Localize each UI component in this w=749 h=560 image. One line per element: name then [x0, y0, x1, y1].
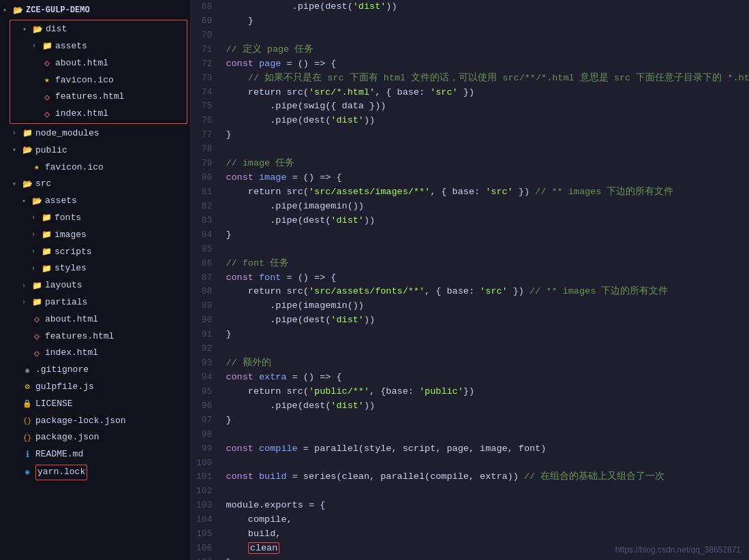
line-code — [220, 342, 749, 356]
src-layouts-item[interactable]: layouts — [0, 277, 190, 294]
dist-about-item[interactable]: about.html — [10, 55, 187, 72]
src-styles-item[interactable]: styles — [0, 260, 190, 277]
table-row: 99 const compile = parallel(style, scrip… — [191, 442, 749, 456]
line-code: } — [220, 556, 749, 560]
src-images-icon — [41, 230, 52, 240]
line-code: // 如果不只是在 src 下面有 html 文件的话，可以使用 src/**/… — [220, 72, 749, 86]
table-row: 84 } — [191, 228, 749, 243]
line-number: 103 — [191, 499, 220, 513]
dist-label: dist — [46, 22, 67, 37]
table-row: 88 return src('src/assets/fonts/**', { b… — [191, 285, 749, 299]
table-row: 76 .pipe(dest('dist')) — [191, 114, 749, 128]
dist-about-label: about.html — [55, 57, 108, 71]
src-label: src — [35, 177, 51, 191]
line-number: 73 — [191, 72, 220, 86]
table-row: 82 .pipe(imagemin()) — [191, 200, 749, 214]
line-code: .pipe(imagemin()) — [220, 200, 749, 214]
src-index-item[interactable]: index.html — [0, 345, 190, 362]
table-row: 95 return src('public/**', {base: 'publi… — [191, 385, 749, 399]
package-lock-item[interactable]: package-lock.json — [0, 413, 190, 430]
node-modules-item[interactable]: node_modules — [0, 125, 190, 142]
table-row: 100 — [191, 456, 749, 471]
table-row: 93 // 额外的 — [191, 356, 749, 371]
line-code: } — [220, 128, 749, 142]
line-number: 72 — [191, 57, 220, 72]
src-features-item[interactable]: features.html — [0, 328, 190, 345]
dist-assets-label: assets — [55, 40, 87, 54]
line-code — [220, 29, 749, 43]
line-number: 79 — [191, 157, 220, 171]
root-arrow — [3, 5, 12, 16]
readme-icon — [22, 450, 33, 461]
dist-about-icon — [42, 58, 52, 69]
root-folder[interactable]: ZCE-GULP-DEMO — [0, 3, 190, 18]
src-index-label: index.html — [45, 346, 98, 360]
line-number: 101 — [191, 470, 220, 484]
src-images-item[interactable]: images — [0, 227, 190, 244]
dist-index-label: index.html — [55, 107, 108, 121]
line-number: 85 — [191, 243, 220, 257]
public-favicon-item[interactable]: favicon.ico — [0, 159, 190, 176]
line-number: 69 — [191, 14, 220, 29]
package-json-item[interactable]: package.json — [0, 429, 190, 446]
src-features-label: features.html — [45, 330, 114, 344]
table-row: 71 // 定义 page 任务 — [191, 43, 749, 57]
node-modules-arrow — [12, 128, 22, 139]
line-code: const compile = parallel(style, script, … — [220, 442, 749, 456]
src-scripts-item[interactable]: scripts — [0, 244, 190, 261]
src-about-label: about.html — [45, 313, 98, 327]
line-code: return src('src/*.html', { base: 'src' }… — [220, 86, 749, 100]
node-modules-label: node_modules — [35, 127, 100, 141]
line-code: build, — [220, 527, 749, 542]
table-row: 69 } — [191, 14, 749, 29]
dist-folder-icon — [32, 25, 43, 35]
line-code: return src('public/**', {base: 'public'}… — [220, 385, 749, 399]
line-code — [220, 142, 749, 157]
line-number: 99 — [191, 442, 220, 456]
dist-assets-item[interactable]: assets — [10, 38, 187, 55]
src-fonts-item[interactable]: fonts — [0, 210, 190, 227]
table-row: 79 // image 任务 — [191, 157, 749, 171]
src-assets-item[interactable]: assets — [0, 193, 190, 210]
line-code: const font = () => { — [220, 271, 749, 285]
src-scripts-arrow — [31, 247, 41, 258]
src-scripts-label: scripts — [55, 245, 92, 260]
table-row: 86 // font 任务 — [191, 257, 749, 271]
gitignore-item[interactable]: .gitignore — [0, 362, 190, 379]
table-row: 107 } — [191, 556, 749, 560]
line-number: 105 — [191, 527, 220, 542]
line-number: 91 — [191, 328, 220, 342]
src-assets-label: assets — [45, 194, 77, 208]
dist-index-item[interactable]: index.html — [10, 106, 187, 123]
line-code — [220, 484, 749, 499]
dist-features-item[interactable]: features.html — [10, 89, 187, 106]
line-code: .pipe(swig({ data })) — [220, 99, 749, 114]
line-code: .pipe(imagemin()) — [220, 299, 749, 313]
src-about-item[interactable]: about.html — [0, 311, 190, 328]
line-number: 107 — [191, 556, 220, 560]
code-editor: 68 .pipe(dest('dist')) 69 } 70 71 // 定义 … — [191, 0, 749, 560]
table-row: 78 — [191, 142, 749, 157]
src-item[interactable]: src — [0, 176, 190, 193]
line-code: .pipe(dest('dist')) — [220, 399, 749, 414]
line-code: // image 任务 — [220, 157, 749, 171]
readme-item[interactable]: README.md — [0, 446, 190, 463]
line-number: 97 — [191, 414, 220, 428]
table-row: 96 .pipe(dest('dist')) — [191, 399, 749, 414]
gulpfile-label: gulpfile.js — [35, 380, 94, 394]
src-assets-arrow — [22, 196, 31, 207]
src-partials-item[interactable]: partials — [0, 294, 190, 311]
table-row: 106 clean — [191, 542, 749, 556]
dist-assets-arrow — [32, 41, 42, 52]
file-explorer: ZCE-GULP-DEMO dist assets about.html fav… — [0, 0, 191, 560]
line-code — [220, 456, 749, 471]
src-partials-label: partials — [45, 296, 87, 310]
dist-favicon-item[interactable]: favicon.ico — [10, 72, 187, 89]
gulpfile-item[interactable]: ⚙ gulpfile.js — [0, 379, 190, 396]
line-code: .pipe(dest('dist')) — [220, 0, 749, 14]
yarn-lock-item[interactable]: yarn.lock — [0, 463, 190, 482]
dist-folder[interactable]: dist — [10, 21, 187, 38]
table-row: 89 .pipe(imagemin()) — [191, 299, 749, 313]
license-item[interactable]: LICENSE — [0, 396, 190, 413]
public-item[interactable]: public — [0, 142, 190, 159]
